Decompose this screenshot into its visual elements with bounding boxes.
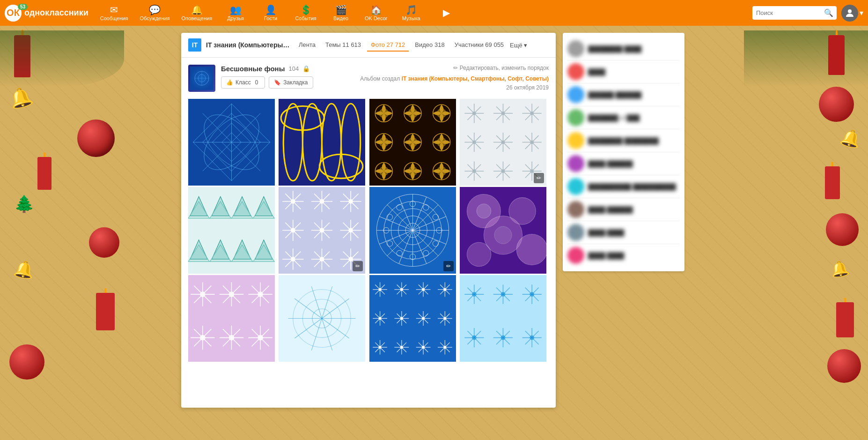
nav-friends[interactable]: 👥 Друзья: [219, 3, 252, 23]
svg-point-197: [258, 292, 263, 297]
sidebar-user-item[interactable]: ████ ████: [567, 221, 680, 244]
sidebar-user-avatar: [567, 201, 584, 218]
sidebar-user-item[interactable]: ████ ██████: [567, 152, 680, 175]
group-name[interactable]: IT знания (Компьютеры, Смар...: [206, 41, 290, 49]
photo-item[interactable]: ✏: [460, 99, 546, 186]
ok-decor-icon: 🏠: [370, 5, 382, 15]
guests-label: Гости: [264, 15, 277, 21]
photo-item[interactable]: [369, 275, 456, 362]
svg-point-308: [472, 336, 476, 340]
pencil-icon: ✏: [453, 65, 458, 71]
edit-link[interactable]: ✏ Редактировать, изменить порядок: [453, 65, 549, 71]
sidebar-user-item[interactable]: ████ ██████: [567, 198, 680, 221]
messages-label: Сообщения: [100, 15, 128, 21]
svg-point-49: [501, 112, 504, 115]
album-count: 104: [289, 65, 299, 72]
photo-item[interactable]: ✏: [369, 187, 456, 274]
tab-more[interactable]: Ещё ▾: [510, 42, 527, 49]
sidebar-user-item[interactable]: ████████ ████: [567, 37, 680, 60]
svg-point-313: [501, 336, 505, 340]
sidebar-user-avatar: [567, 178, 584, 195]
photo-edit-icon[interactable]: ✏: [353, 261, 363, 271]
svg-point-282: [422, 346, 424, 349]
nav-logo[interactable]: ОК одноклассники 53: [5, 5, 88, 22]
photo-edit-icon[interactable]: ✏: [534, 173, 544, 183]
svg-point-262: [422, 317, 424, 320]
svg-point-202: [200, 335, 205, 340]
svg-point-79: [501, 170, 504, 172]
nav-discussions[interactable]: 💬 Обсуждения: [135, 3, 174, 23]
svg-point-107: [291, 200, 295, 203]
sidebar-user-item[interactable]: ██████████ ██████████: [567, 175, 680, 198]
sidebar-user-name: ███████ of ███: [588, 114, 680, 121]
ok-decor-label: OK Decor: [365, 15, 387, 21]
search-icon[interactable]: 🔍: [824, 8, 833, 17]
photo-item[interactable]: [188, 275, 275, 362]
photo-item[interactable]: [369, 99, 456, 186]
nav-events[interactable]: 💲 События: [289, 3, 322, 23]
nav-games[interactable]: ▶: [430, 6, 463, 20]
group-tabs: Лента Темы 11 613 Фото 27 712 Видео 318 …: [295, 39, 549, 52]
nav-messages[interactable]: ✉ Сообщения: [96, 3, 133, 23]
nav-music[interactable]: 🎵 Музыка: [395, 3, 427, 23]
like-button[interactable]: 👍 Класс 0: [221, 76, 265, 89]
svg-point-112: [320, 200, 324, 203]
tab-members[interactable]: Участники 69 055: [451, 39, 508, 52]
album-creator[interactable]: IT знания (Компьютеры, Смартфоны, Софт, …: [402, 75, 549, 82]
edit-label: Редактировать, изменить порядок: [460, 65, 549, 71]
sidebar-user-item[interactable]: ██████ ██████: [567, 83, 680, 106]
tab-feed[interactable]: Лента: [295, 39, 319, 52]
sidebar-user-avatar: [567, 40, 584, 57]
photo-edit-icon[interactable]: ✏: [443, 261, 454, 271]
search-input[interactable]: [756, 9, 822, 16]
sidebar-user-item[interactable]: ███████ of ███: [567, 106, 680, 129]
nav-notifications[interactable]: 🔔 Оповещения: [177, 3, 217, 23]
svg-point-64: [501, 141, 504, 143]
bookmark-label: Закладка: [283, 79, 308, 86]
album-lock-icon: 🔒: [302, 65, 310, 72]
sidebar-user-avatar: [567, 86, 584, 103]
sidebar-user-item[interactable]: ████ ████: [567, 244, 680, 267]
album-actions: 👍 Класс 0 🔖 Закладка: [221, 76, 354, 89]
svg-point-180: [477, 204, 491, 218]
svg-point-74: [473, 170, 476, 172]
svg-point-207: [229, 335, 234, 340]
sidebar-user-name: ████ ██████: [588, 160, 680, 167]
messages-icon: ✉: [110, 5, 118, 15]
user-avatar[interactable]: [841, 5, 858, 22]
photo-item[interactable]: [188, 187, 275, 274]
sidebar-user-item[interactable]: ████████ ████████: [567, 129, 680, 152]
sidebar-user-name: ██████████ ██████████: [588, 183, 680, 190]
tab-themes[interactable]: Темы 11 613: [322, 39, 365, 52]
photo-item[interactable]: [188, 99, 275, 186]
tab-photos[interactable]: Фото 27 712: [367, 39, 409, 52]
sidebar-user-avatar: [567, 109, 584, 126]
nav-ok-decor[interactable]: 🏠 OK Decor: [360, 3, 392, 23]
sidebar-user-name: ████ ████: [588, 229, 680, 236]
svg-point-84: [530, 170, 533, 172]
svg-point-298: [501, 292, 505, 296]
main-wrapper: IT IT знания (Компьютеры, Смар... Лента …: [0, 26, 868, 440]
sidebar-user-item[interactable]: ████: [567, 60, 680, 83]
svg-point-122: [291, 228, 295, 232]
nav-items: ✉ Сообщения 💬 Обсуждения 🔔 Оповещения 👥 …: [96, 3, 748, 23]
music-icon: 🎵: [405, 5, 417, 15]
photo-item[interactable]: [460, 275, 546, 362]
bookmark-button[interactable]: 🔖 Закладка: [269, 76, 313, 89]
svg-point-178: [467, 242, 491, 266]
like-count: 0: [253, 79, 260, 86]
nav-guests[interactable]: 👤 Гости: [254, 3, 287, 23]
sidebar-user-avatar: [567, 224, 584, 241]
user-menu-arrow[interactable]: ▾: [860, 8, 863, 17]
nav-video[interactable]: 🎬 Видео: [324, 3, 357, 23]
photo-item[interactable]: [279, 275, 365, 362]
guests-icon: 👤: [265, 5, 277, 15]
album-date: 26 октября 2019: [506, 84, 549, 91]
photo-item[interactable]: ✏: [279, 187, 365, 274]
tab-video[interactable]: Видео 318: [411, 39, 448, 52]
svg-point-192: [229, 292, 234, 297]
photo-item[interactable]: [460, 187, 546, 274]
album-thumbnail[interactable]: [188, 65, 215, 92]
svg-point-137: [291, 257, 295, 261]
photo-item[interactable]: [279, 99, 365, 186]
